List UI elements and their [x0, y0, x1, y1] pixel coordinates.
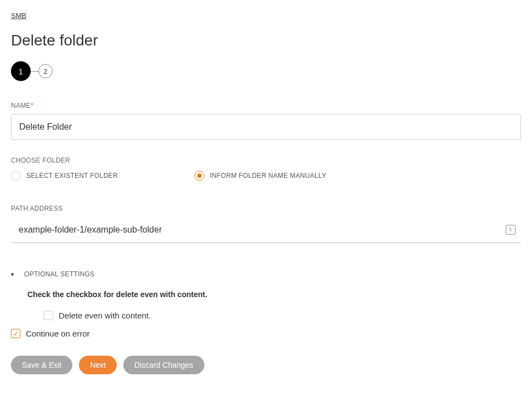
radio-circle-selected: [195, 171, 204, 181]
next-button[interactable]: Next: [79, 356, 117, 374]
checkbox-box-checked: [11, 329, 20, 338]
path-input[interactable]: [11, 217, 521, 243]
step-2[interactable]: 2: [38, 64, 53, 78]
breadcrumb-smb[interactable]: SMB: [11, 11, 26, 20]
checkbox-box-unchecked: [44, 311, 53, 320]
step-connector: [31, 71, 38, 72]
checkbox-continue-on-error[interactable]: Continue on error: [11, 329, 521, 338]
continue-on-error-label: Continue on error: [26, 329, 90, 338]
discard-button[interactable]: Discard Changes: [123, 356, 204, 374]
action-buttons: Save & Exit Next Discard Changes: [11, 356, 521, 374]
choose-folder-radios: SELECT EXISTENT FOLDER INFORM FOLDER NAM…: [11, 171, 521, 181]
page-title: Delete folder: [11, 32, 521, 49]
delete-even-label: Delete even with content.: [59, 311, 151, 320]
path-field-group: PATH ADDRESS V: [11, 205, 521, 243]
name-label-text: NAME: [11, 102, 31, 109]
checkbox-delete-even[interactable]: Delete even with content.: [44, 311, 521, 320]
chevron-down-icon: ▾: [11, 271, 19, 278]
wizard-stepper: 1 2: [11, 61, 521, 81]
radio-label-inform-manually: INFORM FOLDER NAME MANUALLY: [210, 172, 327, 179]
optional-settings-toggle[interactable]: ▾ OPTIONAL SETTINGS: [11, 270, 521, 278]
variable-icon[interactable]: V: [506, 225, 516, 235]
path-label: PATH ADDRESS: [11, 205, 521, 212]
radio-select-existent[interactable]: SELECT EXISTENT FOLDER: [11, 171, 118, 181]
save-exit-button[interactable]: Save & Exit: [11, 356, 72, 374]
name-field-group: NAME*: [11, 102, 521, 140]
optional-help-text: Check the checkbox for delete even with …: [27, 290, 521, 299]
optional-settings-title: OPTIONAL SETTINGS: [24, 270, 95, 278]
path-input-wrapper: V: [11, 217, 521, 243]
name-input[interactable]: [11, 114, 521, 140]
required-asterisk: *: [31, 102, 33, 109]
radio-label-select-existent: SELECT EXISTENT FOLDER: [26, 172, 118, 179]
radio-inform-manually[interactable]: INFORM FOLDER NAME MANUALLY: [195, 171, 327, 181]
choose-folder-label: CHOOSE FOLDER: [11, 157, 521, 164]
name-label: NAME*: [11, 102, 521, 109]
step-1[interactable]: 1: [11, 61, 31, 81]
radio-circle-unselected: [11, 171, 21, 181]
choose-folder-group: CHOOSE FOLDER SELECT EXISTENT FOLDER INF…: [11, 157, 521, 181]
